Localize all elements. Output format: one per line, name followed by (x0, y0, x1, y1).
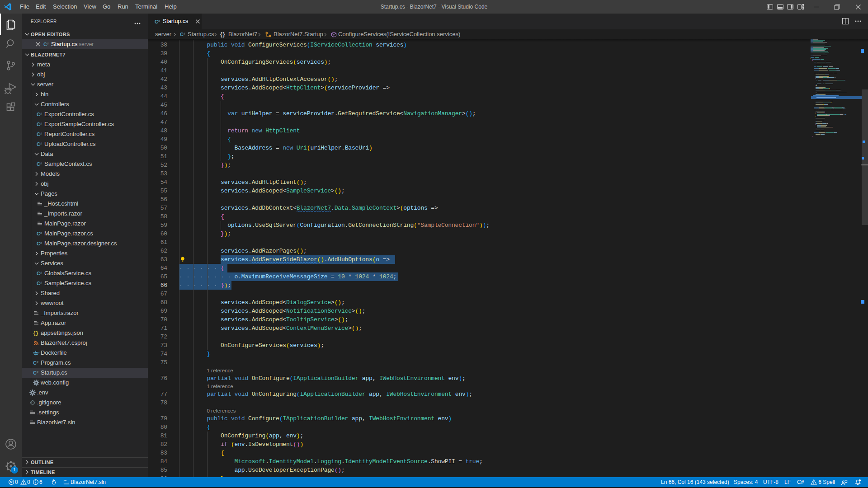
svg-text:C: C (33, 370, 37, 375)
svg-text:C: C (37, 112, 40, 117)
svg-text:#: # (37, 361, 38, 364)
svg-text:#: # (40, 281, 42, 284)
svg-text:#: # (40, 122, 42, 125)
svg-text:#: # (40, 142, 42, 145)
svg-text:C: C (37, 231, 40, 236)
svg-text:#: # (40, 271, 42, 274)
svg-text:C: C (180, 32, 184, 37)
svg-text:C: C (37, 281, 40, 286)
svg-text:C: C (37, 161, 40, 167)
svg-text:#: # (37, 371, 38, 374)
svg-text:C: C (37, 241, 40, 246)
svg-text:C: C (155, 19, 158, 24)
svg-text:C: C (37, 131, 40, 137)
svg-text:#: # (40, 231, 42, 235)
svg-text:C: C (37, 141, 40, 147)
svg-text:#: # (40, 162, 42, 165)
svg-text:#: # (40, 241, 42, 244)
svg-text:#: # (40, 112, 42, 115)
svg-text:C: C (43, 42, 47, 47)
svg-text:#: # (40, 132, 42, 135)
svg-text:C: C (37, 271, 40, 276)
svg-text:#: # (47, 42, 49, 45)
svg-text:#: # (184, 32, 185, 35)
svg-text:#: # (158, 19, 160, 23)
svg-text:C: C (33, 360, 37, 366)
svg-text:C: C (37, 122, 40, 127)
svg-text:{}: {} (33, 331, 38, 336)
